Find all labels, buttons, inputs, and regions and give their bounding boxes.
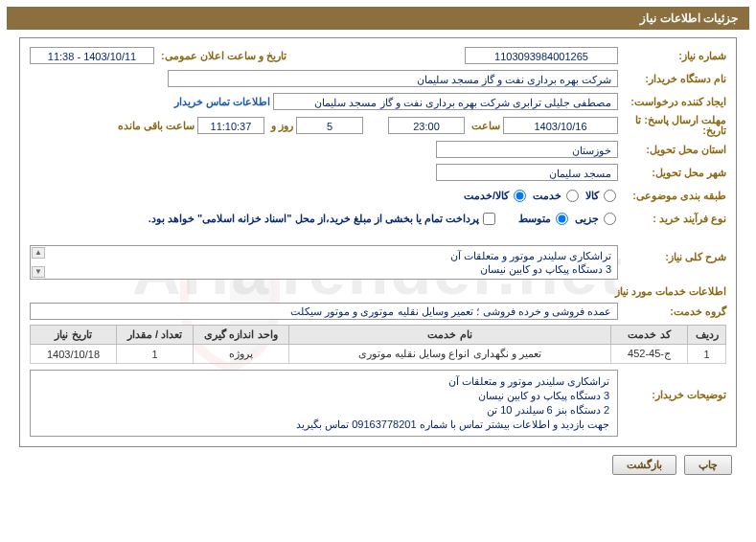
radio-goods-service-label: کالا/خدمت — [464, 190, 509, 202]
category-label: طبقه بندی موضوعی: — [621, 190, 726, 202]
buyer-contact-link[interactable]: اطلاعات تماس خریدار — [174, 96, 270, 108]
radio-partial-input[interactable] — [604, 213, 616, 225]
process-radio-group: جزیی متوسط — [518, 213, 618, 225]
buyer-notes-l3: 2 دستگاه بنز 6 سیلندر 10 تن — [487, 404, 609, 416]
radio-partial[interactable]: جزیی — [575, 213, 618, 225]
services-table: ردیف کد خدمت نام خدمت واحد اندازه گیری ت… — [30, 325, 726, 364]
process-type-label: نوع فرآیند خرید : — [621, 213, 726, 225]
buyer-notes-box: تراشکاری سلیندر موتور و متعلقات آن 3 دست… — [30, 370, 618, 437]
announce-date-value: 1403/10/11 - 11:38 — [30, 47, 154, 64]
time-label: ساعت — [468, 120, 500, 132]
radio-partial-label: جزیی — [575, 213, 599, 225]
td-name: تعمیر و نگهداری انواع وسایل نقلیه موتوری — [289, 345, 611, 364]
th-unit: واحد اندازه گیری — [194, 326, 289, 345]
city-value: مسجد سلیمان — [436, 164, 618, 181]
requester-value: مصطفی جلیلی ترابری شرکت بهره برداری نفت … — [273, 93, 618, 110]
radio-goods-service[interactable]: کالا/خدمت — [464, 190, 528, 202]
th-qty: تعداد / مقدار — [117, 326, 194, 345]
buyer-org-label: نام دستگاه خریدار: — [621, 73, 726, 85]
radio-service-label: خدمت — [533, 190, 561, 202]
radio-goods-input[interactable] — [604, 190, 616, 202]
scroll-down-icon[interactable]: ▼ — [32, 266, 45, 278]
button-row: چاپ بازگشت — [24, 455, 732, 475]
radio-goods-label: کالا — [585, 190, 599, 202]
td-qty: 1 — [117, 345, 194, 364]
requester-label: ایجاد کننده درخواست: — [621, 96, 726, 108]
td-date: 1403/10/18 — [31, 345, 117, 364]
service-group-label: گروه خدمت: — [621, 305, 726, 318]
th-date: تاریخ نیاز — [31, 326, 117, 345]
city-label: شهر محل تحویل: — [621, 167, 726, 179]
remaining-time-value: 11:10:37 — [197, 117, 264, 134]
td-code: ج-45-452 — [611, 345, 688, 364]
summary-line2: 3 دستگاه پیکاپ دو کابین نیسان — [480, 263, 611, 275]
textarea-scrollbar[interactable]: ▲ ▼ — [32, 247, 45, 278]
payment-note-text: پرداخت تمام یا بخشی از مبلغ خرید،از محل … — [149, 213, 479, 225]
payment-checkbox[interactable] — [483, 213, 495, 225]
print-button[interactable]: چاپ — [684, 455, 732, 475]
need-number-value: 1103093984001265 — [465, 47, 618, 64]
radio-service[interactable]: خدمت — [533, 190, 581, 202]
radio-goods-service-input[interactable] — [514, 190, 526, 202]
deadline-label: مهلت ارسال پاسخ: تا تاریخ: — [621, 115, 726, 136]
buyer-notes-l2: 3 دستگاه پیکاپ دو کابین نیسان — [478, 390, 609, 401]
buyer-org-value: شرکت بهره برداری نفت و گاز مسجد سلیمان — [168, 70, 618, 87]
category-radio-group: کالا خدمت کالا/خدمت — [464, 190, 618, 202]
radio-goods[interactable]: کالا — [585, 190, 618, 202]
back-button[interactable]: بازگشت — [612, 455, 676, 475]
service-group-value: عمده فروشی و خرده فروشی ؛ تعمیر وسایل نق… — [30, 303, 618, 320]
td-unit: پروژه — [194, 345, 289, 364]
province-label: استان محل تحویل: — [621, 144, 726, 156]
summary-textarea[interactable]: تراشکاری سلیندر موتور و متعلقات آن 3 دست… — [30, 245, 618, 280]
buyer-notes-label: توضیحات خریدار: — [621, 370, 726, 401]
payment-note-row: پرداخت تمام یا بخشی از مبلغ خرید،از محل … — [149, 213, 495, 225]
days-count-value: 5 — [296, 117, 363, 134]
deadline-label-2: تاریخ: — [702, 124, 726, 136]
summary-line1: تراشکاری سلیندر موتور و متعلقات آن — [450, 250, 611, 261]
radio-service-input[interactable] — [566, 190, 579, 202]
days-unit-label: روز و — [267, 120, 293, 132]
table-row: 1 ج-45-452 تعمیر و نگهداری انواع وسایل ن… — [31, 345, 726, 364]
panel-title: جزئیات اطلاعات نیاز — [7, 7, 749, 30]
summary-label: شرح کلی نیاز: — [621, 245, 726, 263]
deadline-date-value: 1403/10/16 — [503, 117, 618, 134]
deadline-time-value: 23:00 — [388, 117, 465, 134]
announce-date-label: تاریخ و ساعت اعلان عمومی: — [157, 50, 286, 62]
province-value: خوزستان — [436, 141, 618, 158]
need-number-label: شماره نیاز: — [621, 50, 726, 62]
td-row: 1 — [688, 345, 726, 364]
main-panel: شماره نیاز: 1103093984001265 تاریخ و ساع… — [19, 37, 737, 447]
radio-medium-label: متوسط — [518, 213, 551, 225]
th-row: ردیف — [688, 326, 726, 345]
services-section-title: اطلاعات خدمات مورد نیاز — [30, 285, 726, 298]
radio-medium-input[interactable] — [556, 213, 568, 225]
scroll-up-icon[interactable]: ▲ — [32, 247, 45, 259]
th-code: کد خدمت — [611, 326, 688, 345]
remaining-label: ساعت باقی مانده — [114, 120, 195, 132]
th-name: نام خدمت — [289, 326, 611, 345]
buyer-notes-l4: جهت بازدید و اطلاعات بیشتر تماس با شماره… — [296, 418, 609, 430]
buyer-notes-l1: تراشکاری سلیندر موتور و متعلقات آن — [448, 375, 609, 387]
radio-medium[interactable]: متوسط — [518, 213, 570, 225]
